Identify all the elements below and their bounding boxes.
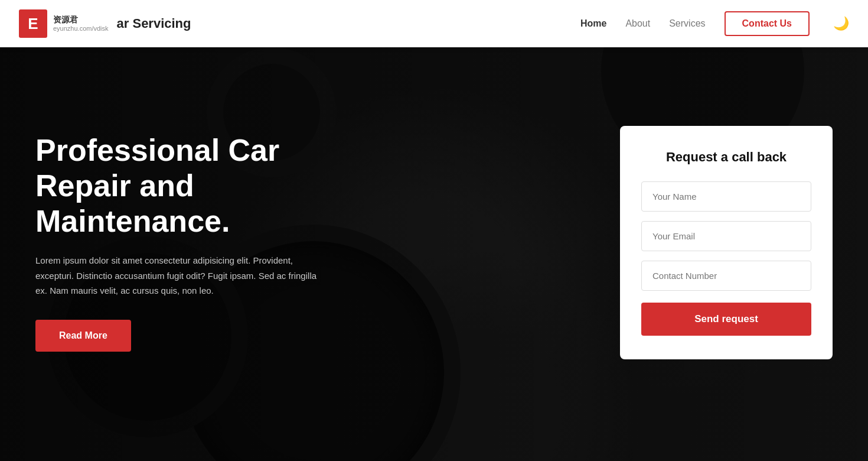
hero-text: Professional Car Repair and Maintenance.… [35, 133, 366, 352]
hero-section: Professional Car Repair and Maintenance.… [0, 0, 868, 461]
site-name: ar Servicing [117, 16, 191, 31]
hero-content: Professional Car Repair and Maintenance.… [0, 67, 868, 395]
logo-chinese: 资源君 [53, 15, 109, 25]
hero-description: Lorem ipsum dolor sit amet consectetur a… [35, 253, 319, 298]
logo-url: eyunzhu.com/vdisk [53, 25, 109, 33]
logo-area: E 资源君 eyunzhu.com/vdisk ar Servicing [19, 9, 191, 38]
dark-mode-toggle[interactable]: 🌙 [833, 16, 849, 31]
hero-title: Professional Car Repair and Maintenance. [35, 133, 366, 239]
logo-text: 资源君 eyunzhu.com/vdisk [53, 15, 109, 33]
email-input[interactable] [641, 221, 811, 251]
contact-us-button[interactable]: Contact Us [725, 11, 810, 36]
nav-services[interactable]: Services [669, 18, 705, 29]
nav-about[interactable]: About [625, 18, 650, 29]
form-title: Request a call back [641, 150, 811, 165]
callback-form-card: Request a call back Send request [620, 126, 833, 359]
navbar: E 资源君 eyunzhu.com/vdisk ar Servicing Hom… [0, 0, 868, 47]
read-more-button[interactable]: Read More [35, 320, 131, 352]
name-input[interactable] [641, 181, 811, 212]
send-request-button[interactable]: Send request [641, 303, 811, 336]
nav-home[interactable]: Home [580, 18, 606, 29]
logo-icon: E [19, 9, 47, 38]
phone-input[interactable] [641, 261, 811, 291]
nav-links: Home About Services Contact Us 🌙 [580, 11, 849, 36]
